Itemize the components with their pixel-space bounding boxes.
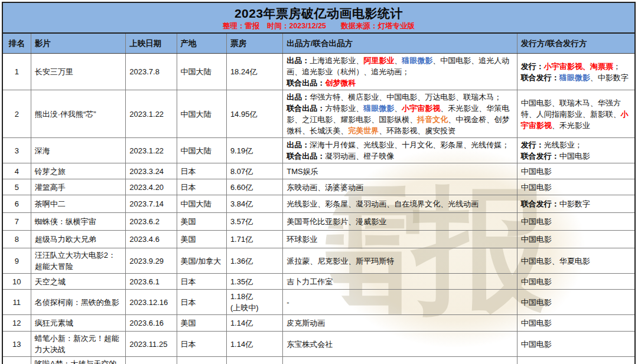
distributors-cell: 中国电影 [517, 231, 635, 248]
release-date-cell-text: 2023.3.24 [129, 167, 164, 176]
table-row: 13蜡笔小新：新次元！超能力大决战2023.11.25日本1.14亿东宝株式会社… [2, 332, 635, 357]
origin-cell-text: 美国 [181, 319, 196, 327]
box-office-cell: 1.18亿 (上映中) [226, 290, 282, 315]
movies-table: 排名影片上映日期产地票房出品方/联合出品方发行方/联合发行方 1长安三万里202… [2, 32, 636, 364]
table-header-row: 排名影片上映日期产地票房出品方/联合出品方发行方/联合发行方 [2, 33, 635, 54]
film-title-cell: 天空之城 [31, 274, 126, 290]
release-date-cell-text: 2023.7.8 [129, 67, 160, 76]
table-row: 12疯狂元素城2023.6.16美国1.14亿皮克斯动画中国电影 [2, 315, 635, 332]
column-header-rank: 排名 [2, 33, 31, 54]
table-row: 3深海2023.1.22中国大陆9.19亿出品：深海十月传媒、光线影业、十月文化… [2, 138, 635, 163]
distributors-cell-text: 中国电影 [521, 167, 552, 176]
producers-cell-text: 猫眼微影 [363, 104, 394, 113]
table-row: 9汪汪队立大功大电影2：超能大冒险2023.9.29美国/加拿大1.36亿派拉蒙… [2, 248, 635, 274]
distributors-cell: 发行：小宇宙影视、淘票票；联合发行：猫眼微影、中影数字 [517, 54, 635, 90]
film-title-cell-text: 长安三万里 [35, 67, 73, 76]
release-date-cell: 2023.6.1 [126, 357, 177, 364]
release-date-cell-text: 2023.11.25 [129, 340, 167, 349]
distributors-cell-text: 联合发行： [521, 152, 559, 160]
rank-cell-text: 6 [15, 199, 19, 208]
box-office-cell: 1.71亿 [226, 231, 282, 248]
column-header-producers: 出品方/联合出品方 [283, 33, 517, 54]
producers-cell-text: 方特影业、 [325, 104, 363, 113]
producers-cell-text: 深海十月传媒、光线影业、十月文化、彩条屋、光线传媒； [310, 140, 509, 149]
origin-cell: 日本 [177, 357, 226, 364]
producers-cell-text: 吉卜力工作室 [287, 277, 333, 286]
producers-cell: 派拉蒙、尼克影业、斯平玛斯特 [283, 248, 517, 274]
origin-cell: 中国大陆 [177, 90, 226, 138]
rank-cell: 13 [2, 332, 31, 357]
origin-cell: 美国 [177, 315, 226, 332]
producers-cell: 东映动画、汤婆婆动画 [283, 179, 517, 195]
rank-cell: 2 [2, 90, 31, 138]
distributors-cell-text: 中国电影、联瑞木马、华强方特、人间指南影业、新影联、 [521, 99, 621, 119]
release-date-cell-text: 2023.12.16 [129, 298, 168, 307]
film-title-cell: 蜘蛛侠：纵横宇宙 [31, 213, 126, 231]
table-row: 1长安三万里2023.7.8中国大陆18.24亿出品：上海追光影业、阿里影业、猫… [2, 54, 635, 90]
column-header-release-date: 上映日期 [126, 33, 177, 54]
origin-cell-text: 美国 [181, 217, 196, 226]
distributors-cell-text: 发行： [521, 140, 544, 149]
rank-cell-text: 11 [13, 298, 21, 307]
film-title-cell-text: 天空之城 [35, 277, 66, 286]
release-date-cell-text: 2023.1.22 [129, 110, 164, 119]
film-title-cell-text: 蜡笔小新：新次元！超能力大决战 [35, 334, 119, 354]
rank-cell-text: 1 [15, 67, 19, 76]
origin-cell: 日本 [177, 274, 226, 290]
producers-cell: 出品：华强方特、横店影业、中国电影、万达电影、联瑞木马；联合出品：方特影业、猫眼… [283, 90, 517, 138]
producers-cell: 东宝株式会社 [283, 332, 517, 357]
release-date-cell: 2023.4.20 [126, 179, 177, 195]
box-office-cell-text: 14.95亿 [230, 110, 258, 119]
film-title-cell: 哆啦A梦：大雄与天空的理想乡 [31, 357, 126, 364]
rank-cell-text: 4 [15, 167, 19, 176]
release-date-cell: 2023.11.25 [126, 332, 177, 357]
box-office-cell: 3.57亿 [226, 213, 282, 231]
origin-cell-text: 日本 [181, 167, 196, 176]
release-date-cell: 2023.7.14 [126, 195, 177, 213]
distributors-cell-text: 中国电影 [521, 183, 552, 192]
table-row: 14哆啦A梦：大雄与天空的理想乡2023.6.1日本1.01亿SHIN-EI动画… [2, 357, 635, 364]
distributors-cell-text: 猫眼微影 [559, 73, 590, 82]
film-title-cell-text: 哆啦A梦：大雄与天空的理想乡 [35, 359, 117, 364]
distributors-cell-text: 中国电影 [559, 152, 590, 160]
box-office-cell: 6.60亿 [226, 179, 282, 195]
origin-cell-text: 日本 [181, 277, 196, 286]
film-title-cell-text: 疯狂元素城 [35, 319, 73, 327]
box-office-cell-text: 3.84亿 [230, 199, 253, 208]
film-title-cell-text: 深海 [35, 146, 50, 155]
distributors-cell: 中国电影 [517, 163, 635, 179]
rank-cell-text: 8 [15, 235, 19, 244]
distributors-cell: 联合发行：中影数字 [517, 195, 635, 213]
rank-cell: 12 [2, 315, 31, 332]
box-office-cell: 8.07亿 [226, 163, 282, 179]
film-title-cell-text: 灌篮高手 [35, 183, 66, 192]
box-office-cell-text: 18.24亿 [230, 67, 258, 76]
rank-cell: 7 [2, 213, 31, 231]
producers-cell-text: 阿里影业 [363, 56, 394, 65]
distributors-cell-text: 联合发行： [521, 199, 559, 208]
producers-cell-text: 、 [394, 56, 402, 65]
film-title-cell: 铃芽之旅 [31, 163, 126, 179]
rank-cell: 4 [2, 163, 31, 179]
film-title-cell-text: 名侦探柯南：黑铁的鱼影 [35, 298, 119, 307]
distributors-cell-text: 、禾光影业 [552, 121, 590, 130]
producers-cell: 出品：上海追光影业、阿里影业、猫眼微影、中国电影、追光人动画、追光影业（杭州）、… [283, 54, 517, 90]
release-date-cell: 2023.9.29 [126, 248, 177, 274]
box-office-cell-text: 3.57亿 [230, 217, 253, 226]
origin-cell: 美国 [177, 213, 226, 231]
distributors-cell: 中国电影 [517, 179, 635, 195]
rank-cell: 3 [2, 138, 31, 163]
film-title-cell: 汪汪队立大功大电影2：超能大冒险 [31, 248, 126, 274]
rank-cell: 9 [2, 248, 31, 274]
distributors-cell: 中国电影 [517, 290, 635, 315]
table-body: 1长安三万里2023.7.8中国大陆18.24亿出品：上海追光影业、阿里影业、猫… [2, 54, 635, 364]
release-date-cell-text: 2023.4.20 [129, 183, 164, 192]
distributors-cell-text: 中国电影 [521, 298, 552, 307]
producers-cell-text: 华强方特、横店影业、中国电影、万达电影、联瑞木马； [310, 93, 502, 101]
producers-cell-text: 东宝株式会社 [287, 340, 333, 349]
table-row: 2熊出没·伴我熊“芯”2023.1.22中国大陆14.95亿出品：华强方特、横店… [2, 90, 635, 138]
box-office-cell-text: 6.60亿 [230, 183, 253, 192]
infographic-sheet: 2023年票房破亿动画电影统计 整理：雷报 时间：2023/12/25 数据来源… [2, 2, 636, 364]
column-header-film: 影片 [31, 33, 126, 54]
distributors-cell-text: 中国电影、华夏电影 [521, 257, 590, 265]
